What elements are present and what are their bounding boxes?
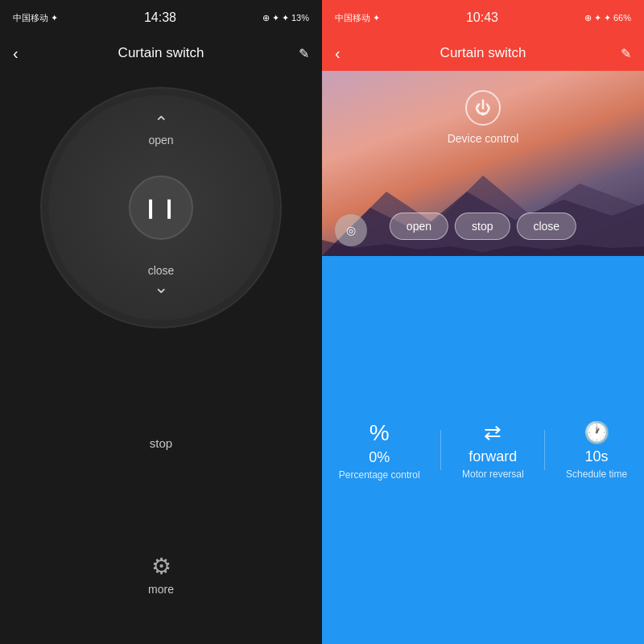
schedule-time-item[interactable]: 🕐 10s Schedule time — [566, 420, 627, 480]
right-panel: 中国移动 ✦ 10:43 ⊕ ✦ ✦ 66% ‹ Curtain switch … — [322, 0, 644, 644]
schedule-icon: 🕐 — [584, 420, 609, 445]
motor-reversal-value: forward — [469, 448, 517, 465]
curtain-stop-button[interactable]: stop — [455, 213, 510, 240]
floating-action-button[interactable]: ◎ — [335, 214, 367, 246]
device-control-label: Device control — [448, 132, 519, 145]
right-time: 10:43 — [466, 10, 498, 25]
right-status-icons: ⊕ ✦ ✦ 66% — [584, 13, 631, 23]
open-label: open — [148, 134, 173, 147]
close-button[interactable]: close ⌄ — [148, 264, 175, 296]
curtain-open-button[interactable]: open — [390, 213, 448, 240]
gear-icon: ⚙ — [151, 553, 171, 580]
motor-reversal-item[interactable]: ⇄ forward Motor reversal — [462, 420, 524, 480]
left-signal: 中国移动 ✦ — [13, 12, 58, 24]
open-button[interactable]: ⌃ open — [148, 114, 173, 147]
left-time: 14:38 — [144, 10, 176, 25]
right-nav-bar: ‹ Curtain switch ✎ — [322, 35, 644, 71]
chevron-up-icon: ⌃ — [154, 114, 168, 132]
pause-icon: ❙❙ — [142, 196, 180, 219]
hero-image: ⏻ Device control open stop close ◎ — [322, 71, 644, 256]
floating-icon: ◎ — [346, 224, 356, 237]
circle-control: ⌃ open ❙❙ close ⌄ — [48, 95, 274, 320]
stop-label: stop — [150, 436, 172, 450]
mountain-background — [322, 159, 644, 256]
right-nav-title: Curtain switch — [440, 45, 526, 61]
pause-button[interactable]: ❙❙ — [129, 175, 193, 240]
curtain-close-button[interactable]: close — [516, 213, 576, 240]
power-icon: ⏻ — [465, 90, 501, 126]
bottom-stats: % 0% Percentage control ⇄ forward Motor … — [322, 256, 644, 644]
left-back-button[interactable]: ‹ — [13, 44, 19, 63]
motor-reversal-label: Motor reversal — [462, 469, 524, 480]
stat-divider-2 — [544, 430, 545, 470]
stop-area: stop — [150, 431, 172, 450]
stat-divider-1 — [440, 430, 441, 470]
close-label: close — [148, 264, 175, 277]
left-panel: 中国移动 ✦ 14:38 ⊕ ✦ ✦ 13% ‹ Curtain switch … — [0, 0, 322, 644]
left-status-bar: 中国移动 ✦ 14:38 ⊕ ✦ ✦ 13% — [0, 0, 322, 35]
right-status-bar: 中国移动 ✦ 10:43 ⊕ ✦ ✦ 66% — [322, 0, 644, 35]
schedule-label: Schedule time — [566, 469, 627, 480]
left-nav-bar: ‹ Curtain switch ✎ — [0, 35, 322, 71]
left-edit-button[interactable]: ✎ — [299, 46, 309, 61]
power-icon-area[interactable]: ⏻ Device control — [448, 90, 519, 145]
more-area[interactable]: ⚙ more — [148, 553, 174, 596]
percentage-label: Percentage control — [339, 469, 420, 481]
percentage-icon: % — [369, 420, 390, 446]
percentage-value: 0% — [369, 449, 390, 466]
chevron-down-icon: ⌄ — [154, 279, 168, 296]
right-edit-button[interactable]: ✎ — [621, 46, 631, 61]
schedule-value: 10s — [585, 448, 609, 465]
more-label: more — [148, 583, 174, 596]
right-back-button[interactable]: ‹ — [335, 44, 341, 63]
left-nav-title: Curtain switch — [118, 45, 204, 61]
percentage-control-item[interactable]: % 0% Percentage control — [339, 420, 420, 481]
motor-reversal-icon: ⇄ — [484, 420, 502, 445]
right-signal: 中国移动 ✦ — [335, 12, 380, 24]
left-main-content: ⌃ open ❙❙ close ⌄ stop ⚙ more — [0, 71, 322, 644]
left-status-icons: ⊕ ✦ ✦ 13% — [262, 13, 309, 23]
curtain-controls: open stop close — [390, 213, 576, 240]
